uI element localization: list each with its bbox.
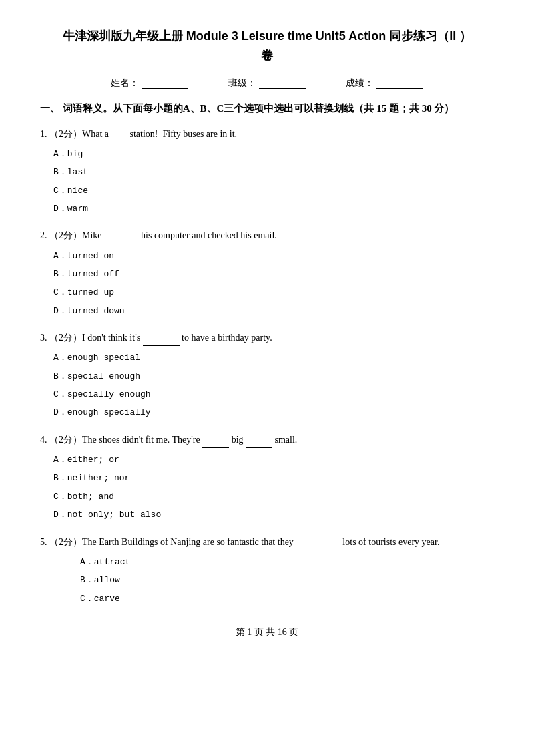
q2-text: 2. （2分）Mike his computer and checked his… — [40, 227, 494, 244]
q3-opt-a: A．enough special — [53, 350, 494, 365]
q5-opt-b: B．allow — [80, 572, 494, 588]
q4-opt-d: D．not only; but also — [53, 507, 494, 522]
q4-content: （2分）The shoes didn't fit me. They're big… — [49, 435, 297, 445]
q5-blank — [294, 540, 340, 550]
section1-title: 一、 词语释义。从下面每小题的A、B、C三个选项中选出可以替换划线（共 15 题… — [40, 100, 494, 116]
question-3: 3. （2分）I don't think it's to have a birt… — [40, 329, 494, 421]
title-line2: 卷 — [40, 46, 494, 65]
score-field: 成绩： — [346, 77, 423, 89]
q4-blank1 — [202, 437, 229, 448]
name-label: 姓名： — [111, 77, 139, 89]
q2-opt-c: C．turned up — [53, 285, 494, 300]
score-label: 成绩： — [346, 77, 374, 89]
info-row: 姓名： 班级： 成绩： — [40, 77, 494, 89]
class-label: 班级： — [228, 77, 256, 89]
q1-content: （2分）What a station! Fifty buses are in i… — [49, 129, 237, 139]
q4-text: 4. （2分）The shoes didn't fit me. They're … — [40, 431, 494, 448]
q5-opt-c: C．carve — [80, 591, 494, 606]
q1-opt-c: C．nice — [53, 183, 494, 198]
question-2: 2. （2分）Mike his computer and checked his… — [40, 227, 494, 319]
page-footer: 第 1 页 共 16 页 — [40, 626, 494, 638]
question-1: 1. （2分）What a station! Fifty buses are i… — [40, 126, 494, 217]
q2-opt-d: D．turned down — [53, 303, 494, 319]
q1-opt-d: D．warm — [53, 201, 494, 216]
class-underline — [259, 78, 306, 89]
q3-num: 3. — [40, 333, 49, 343]
q3-opt-d: D．enough specially — [53, 405, 494, 420]
q5-opt-a: A．attract — [80, 554, 494, 570]
q2-opt-b: B．turned off — [53, 266, 494, 282]
q2-num: 2. — [40, 230, 49, 240]
q3-text: 3. （2分）I don't think it's to have a birt… — [40, 329, 494, 346]
name-underline — [142, 78, 188, 89]
q1-num: 1. — [40, 129, 49, 139]
q1-opt-a: A．big — [53, 146, 494, 162]
q3-blank — [143, 335, 180, 346]
q1-text: 1. （2分）What a station! Fifty buses are i… — [40, 126, 494, 142]
q2-blank — [104, 234, 141, 244]
q5-content: （2分）The Earth Buildings of Nanjing are s… — [49, 537, 439, 547]
q4-opt-b: B．neither; nor — [53, 470, 494, 486]
q2-opt-a: A．turned on — [53, 248, 494, 264]
name-field: 姓名： — [111, 77, 188, 89]
q2-content: （2分）Mike his computer and checked his em… — [49, 230, 277, 240]
question-4: 4. （2分）The shoes didn't fit me. They're … — [40, 431, 494, 523]
score-underline — [376, 78, 423, 89]
class-field: 班级： — [228, 77, 306, 89]
q1-opt-b: B．last — [53, 164, 494, 180]
q4-num: 4. — [40, 435, 49, 445]
page-title: 牛津深圳版九年级上册 Module 3 Leisure time Unit5 A… — [40, 27, 494, 65]
q3-content: （2分）I don't think it's to have a birthda… — [49, 333, 272, 343]
q3-opt-c: C．specially enough — [53, 387, 494, 402]
title-line1: 牛津深圳版九年级上册 Module 3 Leisure time Unit5 A… — [40, 27, 494, 46]
q4-opt-c: C．both; and — [53, 489, 494, 504]
q5-num: 5. — [40, 537, 49, 547]
question-5: 5. （2分）The Earth Buildings of Nanjing ar… — [40, 534, 494, 606]
q3-opt-b: B．special enough — [53, 369, 494, 384]
q5-text: 5. （2分）The Earth Buildings of Nanjing ar… — [40, 534, 494, 550]
q4-blank2 — [246, 437, 272, 448]
q4-opt-a: A．either; or — [53, 452, 494, 467]
